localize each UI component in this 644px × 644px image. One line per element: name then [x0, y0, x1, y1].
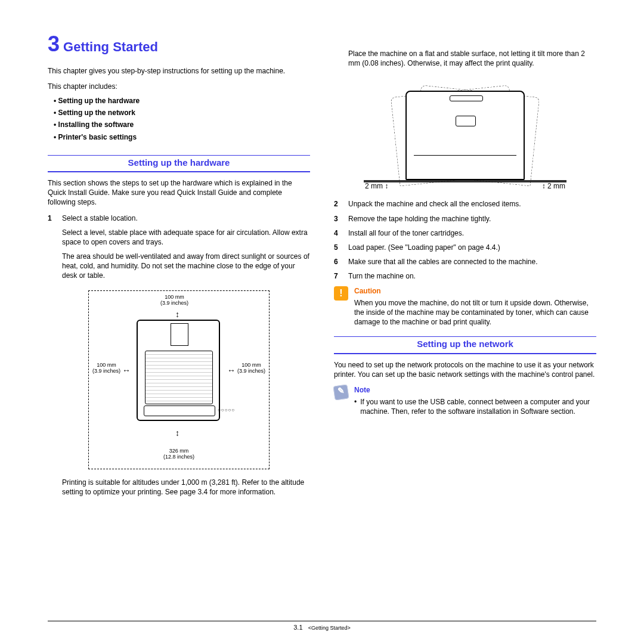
tilt-warning: Place the machine on a flat and stable s…: [334, 49, 596, 73]
step-3: 3Remove the tape holding the machine tig…: [334, 214, 596, 224]
toc-item: Installing the software: [54, 120, 310, 129]
caution-callout: ! Caution When you move the machine, do …: [334, 286, 596, 327]
tilt-text: Place the machine on a flat and stable s…: [348, 49, 596, 68]
hw-intro: This section shows the steps to set up t…: [48, 178, 310, 208]
toc-item: Printer's basic settings: [54, 132, 310, 142]
step-number: 1: [48, 213, 56, 286]
chapter-intro: This chapter gives you step-by-step inst…: [48, 66, 310, 76]
step1-line1: Select a stable location.: [62, 213, 310, 223]
section-heading-hardware: Setting up the hardware: [48, 155, 310, 172]
printer-top-icon: ○○○○○: [137, 320, 220, 421]
printer-front-icon: [405, 91, 525, 180]
tilt-diagram: 2 mm ↕ ↕ 2 mm: [364, 78, 566, 191]
note-body: If you want to use the USB cable, connec…: [360, 397, 596, 416]
clearance-diagram: ○○○○○ 100 mm (3.9 inches) ↕ 100 mm (3.9 …: [88, 290, 270, 469]
mm-left: 2 mm ↕: [365, 181, 388, 191]
fig1-top-label: 100 mm (3.9 inches): [160, 295, 188, 306]
toc-item: Setting up the network: [54, 108, 310, 117]
toc-item: Setting up the hardware: [54, 96, 310, 106]
left-column: 3 Getting Started This chapter gives you…: [48, 30, 310, 590]
right-column: Place the machine on a flat and stable s…: [334, 30, 596, 590]
step-5: 5Load paper. (See "Loading paper" on pag…: [334, 243, 596, 252]
includes-label: This chapter includes:: [48, 82, 310, 91]
section-heading-network: Setting up the network: [334, 336, 596, 354]
step-body: Select a stable location. Select a level…: [62, 213, 310, 286]
chapter-title: Getting Started: [63, 38, 158, 56]
step1-line3: The area should be well-ventilated and a…: [62, 252, 310, 281]
toc-list: Setting up the hardware Setting up the n…: [48, 96, 310, 142]
note-title: Note: [354, 385, 596, 395]
step-2: 2Unpack the machine and check all the en…: [334, 199, 596, 209]
altitude-text: Printing is suitable for altitudes under…: [62, 478, 310, 497]
footer-title: <Getting Started>: [308, 625, 351, 631]
step-7: 7Turn the machine on.: [334, 271, 596, 281]
mm-right: ↕ 2 mm: [542, 181, 565, 191]
note-icon: ✎: [333, 384, 349, 400]
step-6: 6Make sure that all the cables are conne…: [334, 257, 596, 267]
fig1-bottom-label: 326 mm (12.8 inches): [163, 448, 194, 460]
fig1-right-label: 100 mm (3.9 inches): [237, 363, 265, 374]
net-intro: You need to set up the network protocols…: [334, 360, 596, 379]
chapter-number: 3: [48, 30, 60, 59]
step-1: 1 Select a stable location. Select a lev…: [48, 213, 310, 286]
caution-body: When you move the machine, do not tilt o…: [354, 298, 596, 327]
note-callout: ✎ Note If you want to use the USB cable,…: [334, 385, 596, 417]
page-footer: 3.1 <Getting Started>: [48, 621, 596, 631]
caution-title: Caution: [354, 286, 596, 296]
step-4: 4Install all four of the toner cartridge…: [334, 228, 596, 238]
altitude-note: Printing is suitable for altitudes under…: [48, 478, 310, 501]
step1-line2: Select a level, stable place with adequa…: [62, 228, 310, 247]
caution-icon: !: [334, 286, 348, 301]
chapter-heading: 3 Getting Started: [48, 30, 310, 59]
fig1-left-label: 100 mm (3.9 inches): [92, 363, 120, 374]
page-number: 3.1: [293, 624, 302, 631]
